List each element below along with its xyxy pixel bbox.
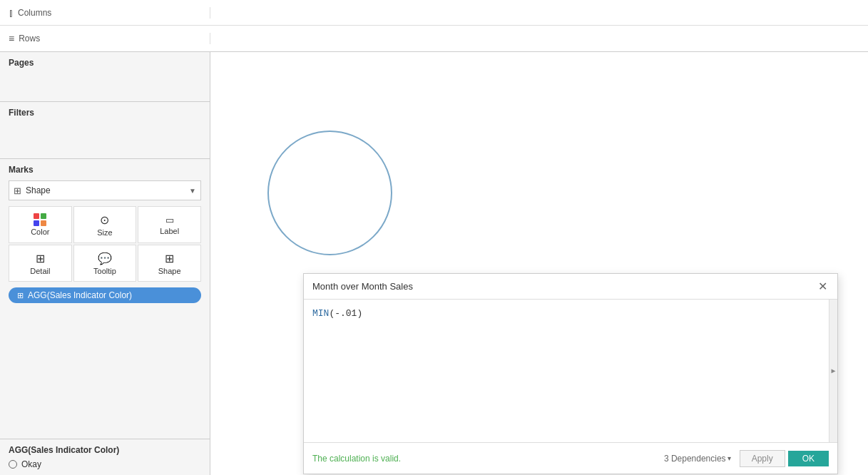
legend-section: AGG(Sales Indicator Color) Okay [0,439,210,475]
rows-label-area: ≡ Rows [0,33,210,44]
formula-function: MIN [312,308,329,319]
label-button[interactable]: ▭ Label [138,206,201,243]
tooltip-label: Tooltip [93,267,116,275]
marks-title: Marks [9,165,201,175]
agg-pill[interactable]: ⊞ AGG(Sales Indicator Color) [9,287,201,303]
label-label: Label [160,227,179,235]
sidebar: Pages Filters Marks ⊞ Shape ▼ [0,52,210,475]
marks-type-dropdown[interactable]: ⊞ Shape ▼ [9,180,201,200]
dialog-header: ✕ [304,274,837,300]
filters-title: Filters [9,108,201,118]
close-icon[interactable]: ✕ [814,278,832,295]
columns-label: Columns [18,8,51,18]
calculation-dialog: ✕ MIN(-.01) ▶ The calculation is valid. … [303,273,838,474]
legend-circle-icon [9,460,17,469]
ok-button[interactable]: OK [788,451,829,466]
marks-section: Marks ⊞ Shape ▼ Color [0,159,210,439]
size-icon: ⊙ [100,213,109,227]
tooltip-icon: 💬 [98,252,112,265]
dependencies-button[interactable]: 3 Dependencies ▾ [664,454,731,464]
detail-label: Detail [30,267,50,275]
formula-display: MIN(-.01) [312,308,362,319]
columns-label-area: ⫿ Columns [0,7,210,19]
circle-mark [267,131,392,255]
size-label: Size [97,228,112,237]
columns-row: ⫿ Columns [0,0,868,26]
shape-label: Shape [158,267,181,275]
marks-type-icon: ⊞ [14,185,21,196]
dialog-body[interactable]: MIN(-.01) ▶ [304,300,837,442]
tooltip-button[interactable]: 💬 Tooltip [73,245,137,282]
legend-item-label: Okay [21,459,41,469]
marks-buttons-grid: Color ⊙ Size ▭ Label ⊞ Detail [9,206,201,282]
formula-args: (-.01) [329,308,362,319]
validation-message: The calculation is valid. [312,454,664,464]
columns-icon: ⫿ [9,7,14,19]
dialog-title-input[interactable] [310,281,814,292]
top-bar: ⫿ Columns ≡ Rows [0,0,868,52]
detail-icon: ⊞ [36,252,45,265]
color-icon [34,213,46,226]
rows-row: ≡ Rows [0,26,868,51]
deps-label: 3 Dependencies [664,454,726,464]
filters-section: Filters [0,102,210,159]
pill-icon: ⊞ [17,291,24,300]
pill-label: AGG(Sales Indicator Color) [28,290,132,300]
marks-type-text: Shape [26,185,189,195]
canvas-area[interactable]: ✕ MIN(-.01) ▶ The calculation is valid. … [210,52,868,475]
dropdown-arrow-icon: ▼ [189,187,196,195]
apply-button[interactable]: Apply [740,450,785,467]
legend-title: AGG(Sales Indicator Color) [9,445,201,455]
pages-section: Pages [0,52,210,102]
rows-label: Rows [19,34,40,44]
shape-button[interactable]: ⊞ Shape [138,245,201,282]
detail-button[interactable]: ⊞ Detail [9,245,72,282]
color-label: Color [31,228,49,236]
label-icon: ▭ [165,215,174,225]
shape-mark-icon: ⊞ [165,252,174,265]
color-button[interactable]: Color [9,206,72,243]
deps-arrow-icon: ▾ [727,454,731,462]
dialog-footer: The calculation is valid. 3 Dependencies… [304,442,837,474]
main-area: Pages Filters Marks ⊞ Shape ▼ [0,52,868,475]
pages-title: Pages [9,58,201,68]
dialog-scrollbar[interactable]: ▶ [829,300,837,442]
size-button[interactable]: ⊙ Size [73,206,137,243]
legend-item: Okay [9,459,201,469]
rows-icon: ≡ [9,33,14,44]
scroll-right-icon: ▶ [831,367,835,375]
